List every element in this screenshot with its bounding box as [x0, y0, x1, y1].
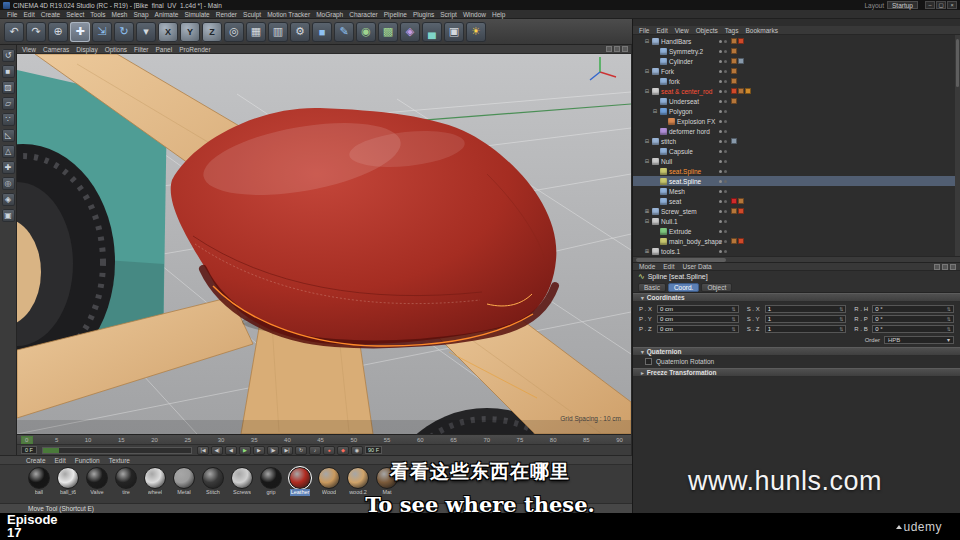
menu-item[interactable]: Sculpt — [240, 11, 264, 18]
expand-collapse-icon[interactable]: ⊟ — [644, 218, 650, 224]
menu-item[interactable]: Simulate — [181, 11, 212, 18]
spinner-icon[interactable]: ⇅ — [731, 326, 735, 332]
object-tree-row[interactable]: Symmetry.2 — [633, 46, 960, 56]
timeline-tick[interactable]: 0 — [25, 437, 28, 443]
expand-collapse-icon[interactable]: ⊞ — [644, 248, 650, 254]
order-dropdown[interactable]: HPB ▾ — [884, 336, 954, 344]
object-name[interactable]: Explosion FX — [677, 118, 715, 125]
object-tags[interactable] — [731, 138, 737, 144]
object-tree-row[interactable]: ⊟ stitch — [633, 136, 960, 146]
visibility-dots[interactable] — [719, 50, 727, 53]
next-frame-button[interactable]: ▶ — [253, 446, 265, 455]
timeline-tick[interactable]: 35 — [251, 437, 258, 443]
visibility-dots[interactable] — [719, 210, 727, 213]
object-tree-row[interactable]: ⊞ tools.1 — [633, 246, 960, 256]
menu-item[interactable]: Script — [437, 11, 460, 18]
object-manager-menu-item[interactable]: File — [639, 27, 649, 34]
visibility-dots[interactable] — [719, 160, 727, 163]
visibility-dots[interactable] — [719, 60, 727, 63]
attribute-tab[interactable]: Coord. — [668, 283, 700, 292]
light-icon[interactable]: ☀ — [466, 22, 486, 42]
tree-vertical-scrollbar[interactable] — [955, 35, 960, 256]
spline-pen-icon[interactable]: ✎ — [334, 22, 354, 42]
object-tree-row[interactable]: main_body_shape — [633, 236, 960, 246]
attribute-menu-item[interactable]: User Data — [682, 263, 711, 270]
object-name[interactable]: Null.1 — [661, 218, 678, 225]
environment-icon[interactable]: ▄ — [422, 22, 442, 42]
enable-axis-icon[interactable]: ✚ — [2, 161, 15, 174]
points-mode-icon[interactable]: ∵ — [2, 113, 15, 126]
keyframe-record-button[interactable]: ◆ — [337, 446, 349, 455]
texture-mode-icon[interactable]: ▨ — [2, 81, 15, 94]
attribute-menu-item[interactable]: Mode — [639, 263, 655, 270]
timeline-tick[interactable]: 10 — [85, 437, 92, 443]
viewport-menu-item[interactable]: Display — [76, 46, 97, 53]
object-name[interactable]: Symmetry.2 — [669, 48, 703, 55]
timeline-tick[interactable]: 70 — [483, 437, 490, 443]
object-tree-row[interactable]: Mesh — [633, 186, 960, 196]
visibility-dots[interactable] — [719, 40, 727, 43]
object-tags[interactable] — [731, 48, 737, 54]
object-name[interactable]: seat.Spline — [669, 168, 701, 175]
object-tree-row[interactable]: ⊟ Null.1 — [633, 216, 960, 226]
viewport-menu-item[interactable]: Options — [105, 46, 127, 53]
scale-input[interactable]: 1⇅ — [765, 315, 847, 323]
menu-item[interactable]: Mesh — [108, 11, 130, 18]
object-manager-menu-item[interactable]: Bookmarks — [745, 27, 778, 34]
quaternion-checkbox[interactable] — [645, 358, 652, 365]
add-cube-icon[interactable]: ■ — [312, 22, 332, 42]
timeline-tick[interactable]: 75 — [517, 437, 524, 443]
move-tool-icon[interactable]: ✚ — [70, 22, 90, 42]
prev-key-button[interactable]: ◀| — [211, 446, 223, 455]
object-name[interactable]: Capsule — [669, 148, 693, 155]
menu-item[interactable]: Plugins — [410, 11, 437, 18]
timeline-tick[interactable]: 90 — [616, 437, 623, 443]
visibility-dots[interactable] — [719, 140, 727, 143]
object-tags[interactable] — [731, 58, 744, 64]
position-input[interactable]: 0 cm⇅ — [657, 325, 739, 333]
current-frame-field[interactable]: 0 F — [21, 446, 37, 454]
visibility-dots[interactable] — [719, 70, 727, 73]
object-tags[interactable] — [731, 78, 737, 84]
spinner-icon[interactable]: ⇅ — [947, 326, 951, 332]
expand-collapse-icon[interactable]: ⊞ — [644, 208, 650, 214]
object-name[interactable]: HandlBars — [661, 38, 691, 45]
scale-tool-icon[interactable]: ⇲ — [92, 22, 112, 42]
snap-icon[interactable]: ◈ — [2, 193, 15, 206]
visibility-dots[interactable] — [719, 250, 727, 253]
render-settings-icon[interactable]: ⚙ — [290, 22, 310, 42]
rotate-tool-icon[interactable]: ↻ — [114, 22, 134, 42]
layout-dropdown[interactable]: Startup — [887, 1, 918, 9]
sound-button[interactable]: ♪ — [309, 446, 321, 455]
next-key-button[interactable]: |▶ — [267, 446, 279, 455]
expand-collapse-icon[interactable]: ⊟ — [652, 108, 658, 114]
edges-mode-icon[interactable]: ◺ — [2, 129, 15, 142]
timeline-tick[interactable]: 65 — [450, 437, 457, 443]
expand-collapse-icon[interactable]: ⊟ — [644, 38, 650, 44]
end-frame-field[interactable]: 90 F — [365, 446, 382, 454]
menu-item[interactable]: Pipeline — [381, 11, 410, 18]
lock-icon[interactable] — [950, 264, 956, 270]
object-name[interactable]: Screw_stem — [661, 208, 697, 215]
object-tree-row[interactable]: fork — [633, 76, 960, 86]
spinner-icon[interactable]: ⇅ — [947, 316, 951, 322]
quaternion-section-header[interactable]: ▾ Quaternion — [633, 347, 960, 356]
menu-item[interactable]: Help — [489, 11, 508, 18]
menu-item[interactable]: Create — [38, 11, 64, 18]
viewport-solo-icon[interactable]: ◎ — [2, 177, 15, 190]
object-name[interactable]: Underseat — [669, 98, 699, 105]
timeline-ruler[interactable]: 051015202530354045505560657075808590 — [17, 435, 631, 445]
viewport-menu-item[interactable]: Panel — [156, 46, 173, 53]
array-generator-icon[interactable]: ▩ — [378, 22, 398, 42]
object-manager-menu-item[interactable]: Objects — [696, 27, 718, 34]
subdivision-surface-icon[interactable]: ◉ — [356, 22, 376, 42]
deformer-icon[interactable]: ◈ — [400, 22, 420, 42]
visibility-dots[interactable] — [719, 180, 727, 183]
freeze-section-header[interactable]: ▸ Freeze Transformation — [633, 368, 960, 377]
last-tool-icon[interactable]: ▾ — [136, 22, 156, 42]
menu-item[interactable]: Window — [460, 11, 489, 18]
visibility-dots[interactable] — [719, 130, 727, 133]
object-name[interactable]: Fork — [661, 68, 674, 75]
timeline-tick[interactable]: 60 — [417, 437, 424, 443]
visibility-dots[interactable] — [719, 220, 727, 223]
